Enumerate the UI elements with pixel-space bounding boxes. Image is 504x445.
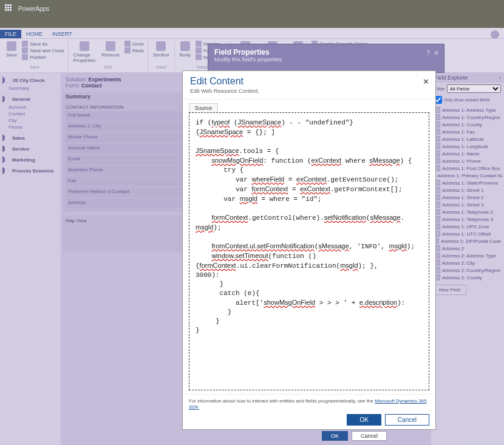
publish-button[interactable]: Publish (22, 54, 64, 60)
dialog-cancel-button[interactable]: Cancel (385, 414, 429, 426)
ribbon-tabs: FILE HOME INSERT (0, 28, 504, 39)
chevron-right-icon[interactable]: › (499, 75, 501, 81)
dialog-info: For information about how to interact wi… (189, 398, 429, 410)
section-button[interactable]: Section (152, 41, 171, 58)
field-item[interactable]: Address 1: Street 1 (433, 186, 502, 194)
titlebar: PowerApps (0, 0, 504, 17)
body-button[interactable]: Body (179, 41, 192, 60)
dialog-close-icon[interactable]: ✕ (423, 77, 429, 86)
field-item[interactable]: Address 1: Longitude (433, 143, 502, 150)
nav-item[interactable]: Summary (2, 85, 58, 92)
field-item[interactable]: Address 1: Street 3 (433, 201, 502, 208)
undo-button[interactable]: Undo (124, 41, 144, 47)
field-item[interactable]: Address 2: City (433, 259, 502, 267)
fp-cancel-button[interactable]: Cancel (352, 431, 387, 441)
field-item[interactable]: Address 1: Post Office Box (433, 165, 502, 172)
field-item[interactable]: Address 1: Telephone 2 (433, 208, 502, 216)
filter-select[interactable]: All Fields (447, 84, 501, 93)
new-field-button[interactable]: New Field (434, 285, 466, 295)
tab-file[interactable]: FILE (0, 30, 21, 38)
field-item[interactable]: Address 2 (433, 245, 502, 252)
field-item[interactable]: Address 1: Fax (433, 128, 502, 135)
tab-home[interactable]: HOME (21, 30, 47, 38)
menubar (0, 17, 504, 28)
save-button[interactable]: Save (5, 41, 18, 60)
app-launcher-icon[interactable] (5, 4, 13, 13)
field-item[interactable]: Address 1: Name (433, 150, 502, 157)
field-item[interactable]: Address 1: State/Province (433, 179, 502, 186)
nav-sec-service[interactable]: Service (2, 145, 58, 152)
source-tab[interactable]: Source (189, 103, 218, 112)
app-name: PowerApps (18, 5, 49, 12)
field-item[interactable]: Address 1: UTC Offset (433, 230, 502, 237)
field-properties-panel: Field Properties Modify this field's pro… (208, 44, 444, 73)
nav-sec-process[interactable]: Process Sessions (2, 167, 58, 174)
close-icon[interactable]: ✕ (434, 49, 439, 57)
edit-content-dialog: Edit Content Edit Web Resource Content. … (182, 70, 436, 430)
field-item[interactable]: Address 1: ZIP/Postal Code (433, 237, 502, 245)
dialog-ok-button[interactable]: OK (347, 414, 381, 426)
field-item[interactable]: Address 2: Address Type (433, 252, 502, 259)
tab-insert[interactable]: INSERT (47, 30, 77, 38)
dialog-title: Edit Content (190, 76, 428, 87)
help-icon[interactable]: ? (426, 49, 430, 57)
field-item[interactable]: Address 2: Country/Region (433, 267, 502, 274)
code-editor[interactable]: if (typeof (JSnameSpace) - - "undefined"… (189, 112, 429, 390)
remove-button[interactable]: Remove (100, 41, 121, 64)
field-item[interactable]: Address 1: Latitude (433, 135, 502, 143)
field-item[interactable]: Address 1: Primary Contact Name (433, 172, 502, 179)
nav-sec-sales[interactable]: Sales (2, 134, 58, 141)
nav-sec-general[interactable]: General (2, 95, 58, 103)
field-item[interactable]: Address 1: Phone (433, 157, 502, 165)
redo-button[interactable]: Redo (124, 47, 144, 53)
field-item[interactable]: Address 1: UPS Zone (433, 223, 502, 230)
field-item[interactable]: Address 1: Address Type (433, 106, 502, 114)
save-close-button[interactable]: Save and Close (22, 47, 64, 53)
field-item[interactable]: Address 1: Telephone 3 (433, 216, 502, 223)
nav-sec-js[interactable]: JS City Check (2, 76, 58, 84)
field-explorer: Field Explorer› Filter All Fields Only s… (431, 73, 504, 445)
field-item[interactable]: Address 1: Street 2 (433, 194, 502, 201)
change-props-button[interactable]: Change Properties (72, 41, 97, 64)
gear-icon[interactable] (491, 30, 499, 39)
nav-sec-marketing[interactable]: Marketing (2, 156, 58, 163)
field-item[interactable]: Address 2: County (433, 274, 502, 281)
field-item[interactable]: Address 1: County (433, 121, 502, 128)
left-nav: JS City Check Summary General Account Co… (0, 73, 61, 445)
fp-ok-button[interactable]: OK (322, 431, 348, 441)
field-item[interactable]: Address 1: Country/Region (433, 114, 502, 121)
save-as-button[interactable]: Save As (22, 41, 64, 47)
